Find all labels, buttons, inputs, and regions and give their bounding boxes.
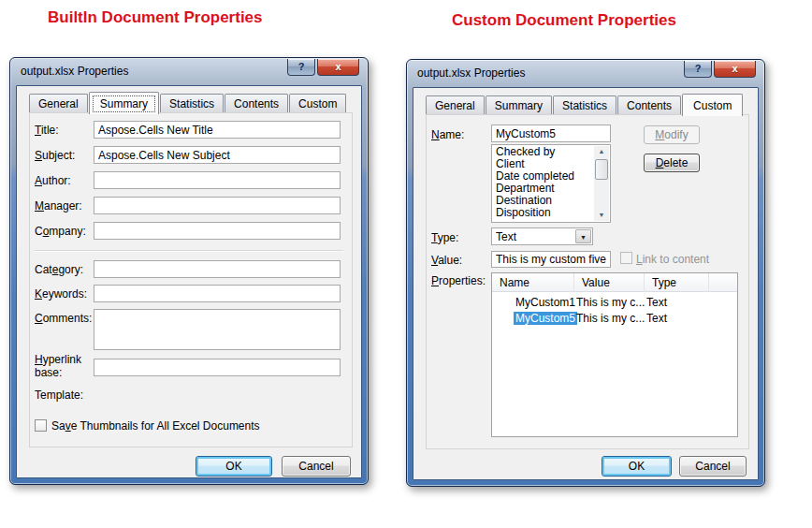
row-name: MyCustom1 [515, 296, 575, 309]
keywords-label: Keywords: [35, 287, 87, 301]
separator [35, 250, 343, 252]
scroll-down-icon[interactable]: ▼ [594, 210, 609, 221]
close-icon: x [732, 63, 737, 74]
dropdown-arrow-icon[interactable]: ▼ [575, 229, 591, 243]
company-label: Company: [35, 225, 86, 238]
properties-table: Name Value Type MyCustom1 This is my c..… [491, 272, 738, 437]
hyperlink-base-label: Hyperlink base: [35, 353, 91, 379]
tab-statistics[interactable]: Statistics [553, 95, 616, 115]
dialog-title: output.xlsx Properties [21, 65, 128, 78]
tab-strip: General Summary Statistics Contents Cust… [29, 93, 347, 113]
help-icon: ? [695, 63, 702, 74]
modify-button[interactable]: Modify [644, 125, 700, 144]
close-button[interactable]: x [714, 61, 756, 78]
keywords-input[interactable] [94, 285, 341, 302]
row-value: This is my c... [574, 312, 645, 325]
name-list-items: Checked by Client Date completed Departm… [494, 146, 594, 221]
save-thumbnails-label: Save Thumbnails for All Excel Documents [51, 419, 260, 433]
category-input[interactable] [94, 260, 341, 278]
type-label: Type: [431, 231, 458, 244]
properties-label: Properties: [431, 274, 486, 287]
tab-statistics[interactable]: Statistics [160, 94, 224, 113]
row-name: MyCustom5 [514, 312, 577, 325]
category-label: Category: [35, 263, 83, 276]
comments-textarea[interactable] [94, 309, 341, 350]
value-label: Value: [431, 254, 462, 267]
row-type: Text [645, 296, 709, 309]
table-header: Name Value Type [492, 273, 737, 292]
name-label: Name: [431, 128, 464, 141]
builtin-properties-dialog: output.xlsx Properties ? x General Summa… [9, 57, 369, 485]
tab-custom[interactable]: Custom [682, 94, 743, 116]
summary-tab-panel: Title: Subject: Author: Manager: Company… [29, 112, 353, 447]
link-to-content-checkbox[interactable] [620, 252, 632, 264]
dialog-title: output.xlsx Properties [417, 66, 525, 80]
type-combobox[interactable]: Text ▼ [491, 227, 593, 245]
link-to-content-label: Link to content [636, 253, 709, 266]
table-row-selected[interactable]: MyCustom5 This is my c... Text [492, 310, 737, 326]
help-button[interactable]: ? [684, 61, 712, 78]
cancel-button[interactable]: Cancel [282, 456, 351, 477]
tab-custom[interactable]: Custom [289, 94, 346, 113]
save-thumbnails-checkbox[interactable] [35, 419, 47, 432]
author-input[interactable] [94, 171, 341, 189]
dialog-body: General Summary Statistics Contents Cust… [16, 85, 362, 478]
table-row[interactable]: MyCustom1 This is my c... Text [492, 294, 737, 310]
caption-buttons: ? x [287, 59, 359, 76]
dialog-body: General Summary Statistics Contents Cust… [413, 87, 759, 480]
column-header-name[interactable]: Name [492, 273, 574, 292]
tab-general[interactable]: General [426, 95, 485, 115]
tab-summary[interactable]: Summary [486, 95, 552, 115]
column-header-filler [709, 273, 737, 292]
author-label: Author: [35, 174, 71, 187]
close-icon: x [335, 61, 341, 72]
custom-tab-panel: Name: Checked by Client Date completed D… [426, 114, 749, 449]
custom-properties-dialog: output.xlsx Properties ? x General Summa… [406, 59, 765, 487]
scrollbar-thumb[interactable] [595, 159, 608, 180]
titlebar[interactable]: output.xlsx Properties ? x [407, 60, 764, 87]
type-selected-value: Text [496, 230, 516, 243]
table-rows: MyCustom1 This is my c... Text MyCustom5… [492, 294, 737, 326]
caption-buttons: ? x [684, 61, 756, 78]
close-button[interactable]: x [317, 59, 359, 76]
value-input[interactable] [491, 251, 611, 268]
company-input[interactable] [94, 222, 341, 240]
ok-button[interactable]: OK [602, 456, 672, 477]
cancel-button[interactable]: Cancel [679, 456, 747, 477]
ok-button[interactable]: OK [196, 456, 272, 477]
row-type: Text [645, 312, 709, 325]
custom-heading: Custom Document Properties [452, 11, 676, 30]
name-input[interactable] [491, 125, 611, 142]
hyperlink-base-input[interactable] [94, 359, 341, 376]
tab-general[interactable]: General [29, 94, 88, 113]
tab-strip: General Summary Statistics Contents Cust… [426, 95, 744, 115]
tab-summary[interactable]: Summary [89, 92, 159, 114]
subject-input[interactable] [94, 146, 341, 164]
template-label: Template: [35, 389, 83, 402]
column-header-value[interactable]: Value [574, 273, 645, 292]
name-listbox: Checked by Client Date completed Departm… [491, 144, 611, 223]
titlebar[interactable]: output.xlsx Properties ? x [10, 58, 368, 85]
manager-label: Manager: [35, 199, 82, 213]
builtin-heading: BuiltIn Document Properties [48, 8, 263, 27]
subject-label: Subject: [35, 149, 75, 162]
column-header-type[interactable]: Type [645, 273, 709, 292]
help-icon: ? [298, 61, 305, 72]
row-value: This is my c... [574, 296, 645, 309]
vertical-scrollbar[interactable]: ▲ ▼ [594, 146, 609, 221]
tab-contents[interactable]: Contents [225, 94, 288, 113]
manager-input[interactable] [94, 197, 341, 214]
title-label: Title: [35, 124, 59, 137]
scroll-up-icon[interactable]: ▲ [594, 146, 609, 157]
tab-contents[interactable]: Contents [617, 95, 681, 115]
help-button[interactable]: ? [287, 59, 315, 76]
comments-label: Comments: [35, 312, 92, 325]
title-input[interactable] [94, 121, 341, 139]
list-item[interactable]: Disposition [494, 207, 594, 219]
delete-button[interactable]: Delete [644, 154, 700, 172]
page: BuiltIn Document Properties Custom Docum… [0, 0, 812, 528]
